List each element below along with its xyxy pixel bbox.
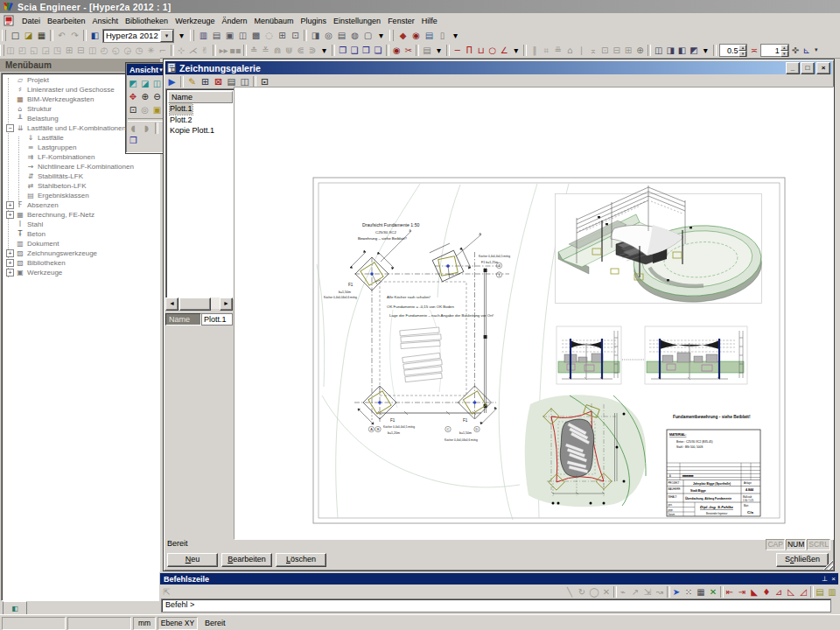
toolbar-icon[interactable] bbox=[243, 45, 247, 56]
toolbar-icon[interactable] bbox=[50, 30, 53, 41]
tree-item[interactable]: ⇵ Stabilitäts-LFK bbox=[4, 172, 158, 181]
menu-item[interactable]: Bibliotheken bbox=[122, 15, 172, 27]
menu-item[interactable]: Ändern bbox=[218, 15, 250, 27]
close-icon[interactable]: × bbox=[831, 575, 836, 583]
loadcase-1-icon[interactable]: ◫ bbox=[5, 45, 17, 56]
pan-view-icon[interactable]: ◩ bbox=[688, 45, 699, 56]
loadcase-2-icon[interactable]: ◰ bbox=[17, 45, 28, 56]
menu-item[interactable]: Hilfe bbox=[418, 15, 441, 27]
spinner-up-icon[interactable]: ▴ bbox=[738, 45, 746, 51]
menu-item[interactable]: Datei bbox=[18, 15, 44, 27]
snap-tangent-icon[interactable]: ◺ bbox=[786, 586, 797, 598]
node-9-icon[interactable]: ⊞ bbox=[623, 45, 634, 56]
member-6-icon[interactable]: ⋑ bbox=[307, 45, 318, 56]
tree-item[interactable]: ⌂ Struktur bbox=[4, 104, 158, 114]
member-3-icon[interactable]: ⋒ bbox=[271, 45, 283, 56]
menu-item[interactable]: Menübaum bbox=[251, 15, 298, 27]
window-new-icon[interactable]: ❐ bbox=[337, 45, 348, 56]
pointer-blue-icon[interactable]: ➤ bbox=[671, 586, 682, 598]
tree-item[interactable]: ▱ Projekt bbox=[4, 75, 158, 85]
loadcase-8-icon[interactable]: ◫ bbox=[87, 45, 98, 56]
globe-icon[interactable]: ◍ bbox=[349, 30, 360, 41]
toolbar-icon[interactable] bbox=[386, 45, 389, 56]
node-4-icon[interactable]: ⌂ bbox=[564, 45, 576, 56]
tree-item[interactable]: ⇓ Lastfälle bbox=[4, 133, 158, 143]
table-edit-icon[interactable]: ▤ bbox=[815, 586, 826, 598]
menu-item[interactable]: Plugins bbox=[298, 15, 331, 27]
member-5-icon[interactable]: ⋐ bbox=[295, 45, 306, 56]
modify-delete-icon[interactable]: ✕ bbox=[601, 586, 612, 598]
menu-item[interactable]: Fenster bbox=[384, 15, 418, 27]
dialog-toolbar-icon[interactable] bbox=[180, 76, 184, 88]
toolbar-icon[interactable] bbox=[713, 45, 717, 56]
more-drop-icon[interactable]: ▾ bbox=[375, 30, 387, 41]
toolbar-icon[interactable] bbox=[0, 45, 4, 56]
tree-item[interactable]: ⇉ LF-Kombinationen bbox=[4, 152, 158, 162]
stop-icon[interactable]: ▪▪ bbox=[229, 45, 241, 56]
view-toolbar-title[interactable]: Ansicht ▼ bbox=[127, 64, 164, 75]
member-drop-icon[interactable]: ▾ bbox=[318, 45, 330, 56]
toolbar-icon[interactable] bbox=[523, 45, 527, 56]
grid-dots-icon[interactable]: ⁙ bbox=[683, 586, 695, 598]
fit-view-icon[interactable]: ⊡ bbox=[290, 30, 301, 41]
insert-plot-icon[interactable]: ▶ bbox=[166, 76, 178, 88]
layers-icon[interactable]: ▤ bbox=[211, 30, 222, 41]
tree-item[interactable]: ⇄ Stahlbeton-LFK bbox=[4, 181, 158, 191]
toolbar-icon[interactable] bbox=[416, 45, 419, 56]
tree-item[interactable]: ╨ Belastung bbox=[4, 114, 158, 123]
loadcase-10-icon[interactable]: ◵ bbox=[110, 45, 122, 56]
tree-item[interactable]: + F Absenzen bbox=[4, 200, 158, 210]
tree-item[interactable]: ♯ Linienraster und Geschosse bbox=[4, 85, 158, 94]
eye-icon[interactable]: ◉ bbox=[391, 45, 402, 56]
list-item[interactable]: Kopie Plott.1 bbox=[166, 125, 234, 136]
modify-rotate-icon[interactable]: ↻ bbox=[577, 586, 588, 598]
loadcase-11-icon[interactable]: ◶ bbox=[122, 45, 133, 56]
toolbar-icon[interactable] bbox=[332, 45, 335, 56]
toolbar-icon[interactable] bbox=[389, 30, 394, 41]
ruler-icon[interactable]: ⊾ bbox=[802, 45, 812, 56]
dim-red-icon[interactable]: Π bbox=[464, 45, 475, 56]
help-pointer-icon[interactable]: ▯ bbox=[437, 30, 448, 41]
project-combobox[interactable]: Hyper2a 2012 ▾ bbox=[102, 29, 174, 43]
command-icon[interactable] bbox=[613, 586, 617, 598]
level-icon[interactable]: ⌐ bbox=[157, 45, 168, 56]
loadcase-4-icon[interactable]: ◲ bbox=[40, 45, 52, 56]
save-view-icon[interactable]: ◫ bbox=[653, 45, 664, 56]
tree-expander-icon[interactable]: − bbox=[6, 124, 14, 132]
node-8-icon[interactable]: ⊟ bbox=[611, 45, 622, 56]
print-view-icon[interactable]: ◨ bbox=[665, 45, 676, 56]
chart-drop-icon[interactable]: ▾ bbox=[433, 45, 444, 56]
command-icon[interactable] bbox=[667, 586, 670, 598]
loadcase-9-icon[interactable]: ◴ bbox=[99, 45, 110, 56]
spinner-up-icon[interactable]: ▴ bbox=[780, 45, 788, 51]
menu-item[interactable]: Einstellungen bbox=[330, 15, 384, 27]
units-indicator[interactable]: mm bbox=[133, 617, 156, 630]
document-icon[interactable]: ▢ bbox=[362, 30, 374, 41]
save-icon[interactable]: ▦ bbox=[36, 30, 47, 41]
circle-tool-icon[interactable]: ◌ bbox=[263, 30, 275, 41]
toolbar-icon[interactable] bbox=[83, 30, 87, 41]
window-all-icon[interactable]: ❏ bbox=[372, 45, 383, 56]
node-2-icon[interactable]: ⌗ bbox=[541, 45, 552, 56]
line-red-icon[interactable]: ─ bbox=[452, 45, 463, 56]
snap-mid-icon[interactable]: ⇥ bbox=[737, 586, 748, 598]
tree-item[interactable]: ▤ Ergebnisklassen bbox=[4, 191, 158, 200]
axes-green-icon[interactable]: ✕ bbox=[708, 586, 719, 598]
search-icon[interactable]: ◎ bbox=[323, 30, 334, 41]
tree-item[interactable]: ▥ Dokument bbox=[4, 239, 158, 248]
member-1-icon[interactable]: ≛ bbox=[248, 45, 260, 56]
list-item[interactable]: Plott.2 bbox=[166, 115, 234, 126]
resize-grip[interactable] bbox=[822, 559, 833, 570]
tree-item[interactable]: + ▣ Werkzeuge bbox=[4, 268, 158, 277]
list-item[interactable]: Plott.1 bbox=[166, 103, 234, 115]
tree-item[interactable]: ▦ BIM-Werkzeugkasten bbox=[4, 94, 158, 104]
node-1-icon[interactable]: ‖ bbox=[529, 45, 541, 56]
scrollbar-thumb[interactable] bbox=[179, 298, 211, 311]
book-icon[interactable]: ▤ bbox=[336, 30, 347, 41]
toolbar-icon[interactable] bbox=[190, 30, 194, 41]
snap-end-icon[interactable]: ⇤ bbox=[724, 586, 736, 598]
angle-red-icon[interactable]: ∠ bbox=[499, 45, 510, 56]
node-6-icon[interactable]: ⌅ bbox=[587, 45, 598, 56]
spinner-down-icon[interactable]: ▾ bbox=[738, 51, 746, 57]
units-icon[interactable]: ▥ bbox=[198, 30, 209, 41]
